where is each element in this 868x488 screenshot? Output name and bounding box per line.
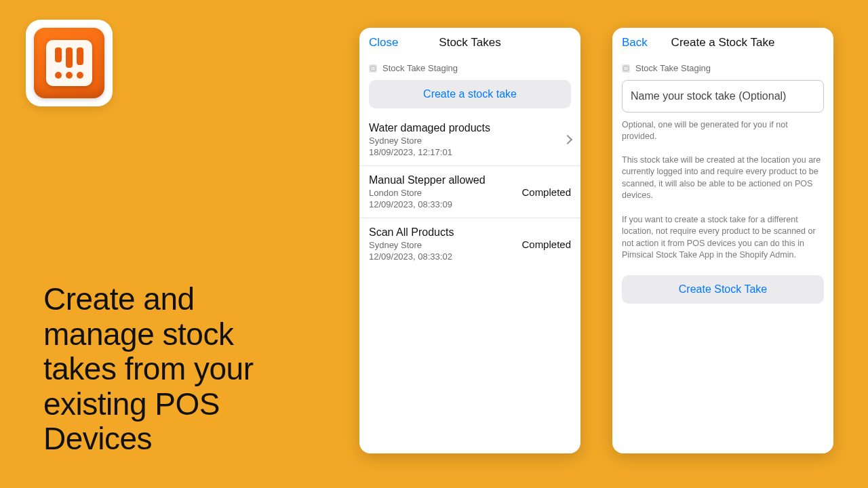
stocktake-timestamp: 18/09/2023, 12:17:01 <box>369 147 490 157</box>
stocktake-store: London Store <box>369 188 486 198</box>
stocktake-name-field-wrap[interactable] <box>622 80 824 113</box>
staging-icon <box>622 64 630 73</box>
stocktake-store: Sydney Store <box>369 240 454 250</box>
stocktake-list: Water damaged productsSydney Store18/09/… <box>359 114 580 270</box>
stocktake-timestamp: 12/09/2023, 08:33:02 <box>369 251 454 262</box>
nav-title: Stock Takes <box>439 36 500 49</box>
back-button[interactable]: Back <box>622 36 648 49</box>
stocktake-status: Completed <box>521 239 571 250</box>
stocktake-store: Sydney Store <box>369 136 490 146</box>
staging-icon <box>369 64 377 73</box>
stocktake-row[interactable]: Scan All ProductsSydney Store12/09/2023,… <box>359 218 580 270</box>
staging-label: Stock Take Staging <box>635 63 711 73</box>
close-button[interactable]: Close <box>369 36 398 49</box>
stocktake-title: Manual Stepper allowed <box>369 174 486 186</box>
stocktake-row[interactable]: Manual Stepper allowedLondon Store12/09/… <box>359 166 580 218</box>
promo-headline: Create and manage stock takes from your … <box>43 282 274 457</box>
stocktake-row[interactable]: Water damaged productsSydney Store18/09/… <box>359 114 580 166</box>
staging-header: Stock Take Staging <box>612 58 833 80</box>
app-logo-tile <box>34 28 104 98</box>
navbar: Back Create a Stock Take <box>612 28 833 58</box>
app-logo-glyph <box>46 40 92 86</box>
nav-title: Create a Stock Take <box>671 36 775 49</box>
create-stocktake-panel: Back Create a Stock Take Stock Take Stag… <box>612 28 833 453</box>
stocktake-title: Scan All Products <box>369 226 454 239</box>
info-paragraph-1: This stock take will be created at the l… <box>622 155 824 202</box>
stocktake-title: Water damaged products <box>369 122 490 134</box>
chevron-right-icon <box>563 135 572 144</box>
app-logo <box>26 20 113 106</box>
info-paragraph-2: If you want to create a stock take for a… <box>622 214 824 262</box>
navbar: Close Stock Takes <box>359 28 580 58</box>
stocktake-name-input[interactable] <box>631 90 815 102</box>
submit-create-stocktake-button[interactable]: Create Stock Take <box>622 275 824 304</box>
name-hint: Optional, one will be generated for you … <box>622 119 824 142</box>
stocktakes-panel: Close Stock Takes Stock Take Staging Cre… <box>359 28 580 453</box>
stocktake-status: Completed <box>521 186 571 198</box>
staging-label: Stock Take Staging <box>382 63 458 73</box>
stocktake-timestamp: 12/09/2023, 08:33:09 <box>369 199 486 209</box>
staging-header: Stock Take Staging <box>359 58 580 80</box>
create-stocktake-button[interactable]: Create a stock take <box>369 80 571 108</box>
